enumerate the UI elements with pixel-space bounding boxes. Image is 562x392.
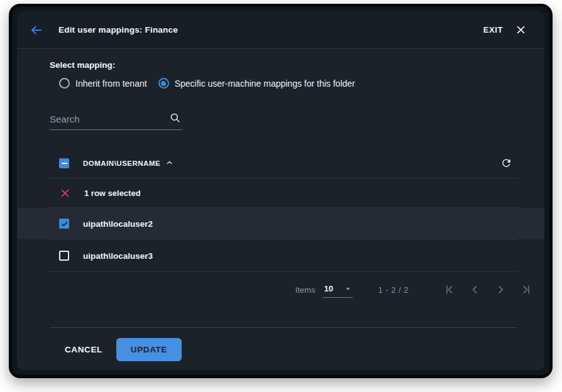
radio-label: Inherit from tenant <box>75 79 147 89</box>
chevron-down-icon <box>344 285 351 292</box>
search-input[interactable] <box>50 109 182 130</box>
next-page-button[interactable] <box>490 280 510 300</box>
dialog-content: Select mapping: Inherit from tenant Spec… <box>17 49 544 370</box>
refresh-button[interactable] <box>495 153 517 174</box>
radio-inherit-from-tenant[interactable]: Inherit from tenant <box>59 78 147 89</box>
clear-selection-button[interactable] <box>59 187 70 199</box>
row-checkbox-checked[interactable] <box>59 219 69 229</box>
row-checkbox-unchecked[interactable] <box>59 251 69 261</box>
exit-button[interactable]: EXIT <box>483 25 503 35</box>
selection-status-text: 1 row selected <box>84 188 141 198</box>
selection-status-row: 1 row selected <box>17 178 544 207</box>
pagination-nav <box>435 280 536 300</box>
close-button[interactable] <box>512 21 529 39</box>
dialog-panel: Edit user mappings: Finance EXIT Select … <box>17 11 544 370</box>
back-arrow-icon <box>30 23 43 37</box>
last-page-button[interactable] <box>515 280 536 300</box>
radio-unselected-icon <box>59 78 70 89</box>
table-row-localuser3[interactable]: uipath\localuser3 <box>17 240 544 271</box>
select-mapping-label: Select mapping: <box>50 60 517 70</box>
select-all-checkbox[interactable] <box>59 158 69 168</box>
edit-user-mappings-dialog: Edit user mappings: Finance EXIT Select … <box>9 4 553 378</box>
previous-page-button[interactable] <box>465 280 485 300</box>
radio-selected-icon <box>158 78 169 89</box>
dialog-footer: CANCEL UPDATE <box>50 328 517 369</box>
table-header-row: DOMAIN\USERNAME <box>17 148 544 178</box>
user-mappings-table: DOMAIN\USERNAME <box>17 148 544 307</box>
update-button[interactable]: UPDATE <box>116 338 182 361</box>
pagination-bar: Items 10 1 - 2 / 2 <box>17 272 544 307</box>
refresh-icon <box>500 157 512 169</box>
page-size-value: 10 <box>324 284 333 293</box>
dialog-header: Edit user mappings: Finance EXIT <box>17 11 544 49</box>
table-row-localuser2[interactable]: uipath\localuser2 <box>17 208 544 239</box>
row-username: uipath\localuser2 <box>83 219 153 229</box>
first-page-button[interactable] <box>440 280 460 300</box>
radio-specific-mappings[interactable]: Specific user-machine mappings for this … <box>158 78 355 89</box>
search-icon[interactable] <box>169 112 181 126</box>
items-per-page-label: Items <box>295 285 316 295</box>
mapping-radio-group: Inherit from tenant Specific user-machin… <box>59 78 517 89</box>
cancel-button[interactable]: CANCEL <box>60 339 107 361</box>
search-field <box>50 109 182 130</box>
page-size-select[interactable]: 10 <box>322 281 353 298</box>
row-username: uipath\localuser3 <box>83 251 153 261</box>
column-header-domain-username: DOMAIN\USERNAME <box>83 160 160 167</box>
dialog-title: Edit user mappings: Finance <box>58 25 178 35</box>
close-icon <box>515 24 526 35</box>
sort-ascending-icon[interactable] <box>165 159 174 167</box>
page-range-text: 1 - 2 / 2 <box>378 285 409 295</box>
radio-label: Specific user-machine mappings for this … <box>175 79 355 89</box>
back-button[interactable] <box>26 19 47 41</box>
